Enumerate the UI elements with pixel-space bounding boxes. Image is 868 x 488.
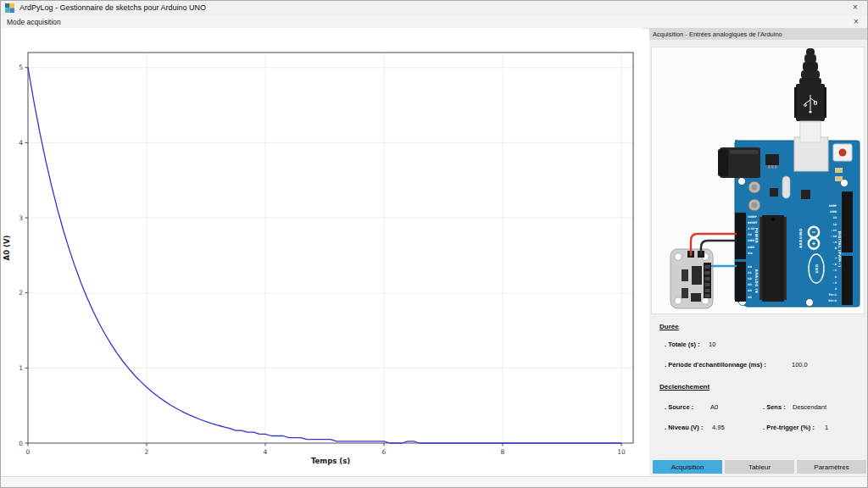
totale-label: . Totale (s) : [665,341,700,348]
svg-text:~9: ~9 [832,241,837,244]
svg-text:5: 5 [19,64,23,71]
acquisition-chart: 0246810012345Temps (s)A0 (V) [0,28,642,476]
chart-figure: 0246810012345Temps (s)A0 (V) [0,28,642,476]
panel-header: Acquisition - Entrées analogiques de l'A… [649,28,868,40]
svg-text:1: 1 [19,364,23,372]
svg-text:A0: A0 [748,265,752,269]
svg-text:~11: ~11 [831,229,837,232]
digital-pwm-label: DIGITAL (PWM~) [837,231,842,268]
svg-text:RX←0: RX←0 [828,299,837,302]
status-bar [0,476,868,488]
svg-text:Vin: Vin [748,252,754,255]
svg-text:8: 8 [501,448,505,456]
svg-text:~6: ~6 [832,263,837,266]
svg-text:7: 7 [835,257,837,260]
menu-bar: Mode acquisition × [0,15,868,29]
power-header [735,213,746,259]
svg-text:~3: ~3 [832,281,837,285]
uno-text: UNO [815,263,819,273]
periode-label: . Période d'échantillonnage (ms) : [665,361,766,369]
svg-text:A0 (V): A0 (V) [3,235,11,260]
source-value: A0 [710,403,718,411]
svg-text:A4: A4 [748,289,752,292]
svg-text:4: 4 [19,139,23,147]
declenchement-heading: Déclenchement [659,383,709,391]
analog-header [735,262,746,302]
svg-text:IOREF: IOREF [748,215,757,219]
digital-header-bottom [842,256,853,305]
reset-button [833,144,852,161]
arduino-uno-illustration: IOREFRESET3.3V5VGNDGNDVinA0A1A2A3A4A5ARE… [652,47,864,313]
pretrigger-value: 1 [825,424,828,431]
power-label: POWER [754,228,759,244]
tab-parametres[interactable]: Paramètres [797,460,866,474]
sens-label: . Sens : [763,403,786,411]
arduino-wiring-image: IOREFRESET3.3V5VGNDGNDVinA0A1A2A3A4A5ARE… [651,47,865,314]
power-jack [718,147,760,178]
svg-text:A1: A1 [748,271,752,274]
svg-text:2: 2 [145,448,149,456]
dock-close-icon[interactable]: × [850,16,862,27]
svg-text:GND: GND [830,210,837,214]
title-bar: ArdPyLog - Gestionnaire de sketchs pour … [0,0,868,16]
window-close-icon[interactable]: × [849,2,861,13]
svg-text:3: 3 [19,214,23,222]
totale-value: 10 [709,341,715,348]
svg-text:2: 2 [835,287,837,291]
app-icon [5,3,14,13]
svg-text:GND: GND [748,246,754,249]
svg-text:A5: A5 [748,296,752,299]
svg-text:3.3V: 3.3V [748,227,755,230]
svg-text:0: 0 [19,440,23,447]
svg-text:2: 2 [19,289,23,297]
svg-text:4: 4 [264,448,268,456]
svg-text:A2: A2 [748,277,752,280]
duree-heading: Durée [659,323,679,330]
sensor-module [670,249,713,308]
pretrigger-label: . Pré-trigger (%) : [763,424,815,431]
arduino-logo-text: ARDUINO [798,228,803,248]
svg-text:5V: 5V [748,233,752,236]
periode-value: 100.0 [792,361,808,369]
svg-text:GND: GND [748,239,754,242]
source-label: . Source : [665,403,693,411]
svg-text:Temps (s): Temps (s) [311,457,350,465]
svg-text:AREF: AREF [829,204,837,208]
menu-mode-acquisition[interactable]: Mode acquisition [0,15,68,28]
acquisition-panel: Acquisition - Entrées analogiques de l'A… [649,28,868,476]
svg-text:~5: ~5 [832,269,837,272]
svg-text:A3: A3 [748,283,752,286]
niveau-label: . Niveau (V) : [665,424,703,431]
svg-text:TX→1: TX→1 [828,293,837,297]
sens-value: Descendant [793,403,826,411]
svg-text:0: 0 [26,448,31,456]
niveau-value: 4.95 [712,424,725,431]
svg-text:~10: ~10 [831,235,837,238]
arduino-board: IOREFRESET3.3V5VGNDGNDVinA0A1A2A3A4A5ARE… [718,122,860,307]
analog-in-label: ANALOG IN [754,269,759,293]
svg-text:10: 10 [617,448,626,456]
window-title: ArdPyLog - Gestionnaire de sketchs pour … [19,3,206,12]
panel-tab-bar: Acquisition Tableur Paramètres [649,460,868,474]
svg-text:13: 13 [833,216,837,219]
svg-text:6: 6 [382,448,387,456]
svg-text:12: 12 [833,223,837,226]
atmega-chip [760,215,787,302]
tab-acquisition[interactable]: Acquisition [653,460,722,474]
tab-tableur[interactable]: Tableur [725,460,794,474]
digital-header-top [842,191,853,252]
svg-text:RESET: RESET [748,221,758,225]
